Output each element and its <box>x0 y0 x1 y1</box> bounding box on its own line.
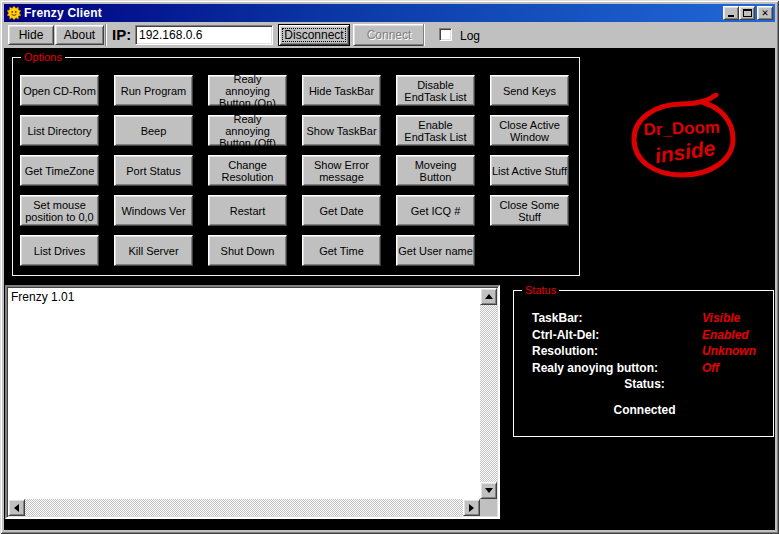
app-icon <box>7 6 21 20</box>
status-value: Visible <box>702 311 740 327</box>
connect-button: Connect <box>353 24 425 46</box>
status-row-resolution: Resolution: Unknown <box>532 344 773 360</box>
disconnect-button[interactable]: Disconnect <box>278 24 350 46</box>
close-icon: ✕ <box>762 8 769 18</box>
scroll-left-button[interactable] <box>8 499 25 516</box>
get-timezone-button[interactable]: Get TimeZone <box>20 155 99 186</box>
send-keys-button[interactable]: Send Keys <box>490 75 569 106</box>
run-program-button[interactable]: Run Program <box>114 75 193 106</box>
arrow-left-icon <box>14 504 19 512</box>
titlebar[interactable]: Frenzy Client ✕ <box>4 4 775 22</box>
status-row-ctrlaltdel: Ctrl-Alt-Del: Enabled <box>532 328 773 344</box>
scroll-up-button[interactable] <box>480 288 497 305</box>
options-groupbox: Options Open CD-Rom Run Program Realy an… <box>12 57 580 276</box>
arrow-right-icon <box>469 504 474 512</box>
dr-doom-inside-logo: Dr_Doom inside <box>624 93 746 187</box>
annoying-button-off-button[interactable]: Realy annoying Button (Off) <box>208 115 287 146</box>
horizontal-scrollbar-track[interactable] <box>25 499 463 516</box>
get-date-button[interactable]: Get Date <box>302 195 381 226</box>
disable-endtask-button[interactable]: Disable EndTask List <box>396 75 475 106</box>
get-icq-button[interactable]: Get ICQ # <box>396 195 475 226</box>
status-caption: Status: <box>532 377 757 391</box>
list-drives-button[interactable]: List Drives <box>20 235 99 266</box>
log-checkbox[interactable] <box>439 28 452 41</box>
toolbar: Hide About IP: Disconnect Connect Log <box>4 22 775 48</box>
open-cdrom-button[interactable]: Open CD-Rom <box>20 75 99 106</box>
toolbar-separator <box>423 24 425 46</box>
hide-button[interactable]: Hide <box>8 25 54 45</box>
close-active-window-button[interactable]: Close Active Window <box>490 115 569 146</box>
show-taskbar-button[interactable]: Show TaskBar <box>302 115 381 146</box>
kill-server-button[interactable]: Kill Server <box>114 235 193 266</box>
hide-taskbar-button[interactable]: Hide TaskBar <box>302 75 381 106</box>
status-label: TaskBar: <box>532 311 702 327</box>
status-label: Ctrl-Alt-Del: <box>532 328 702 344</box>
set-mouse-position-button[interactable]: Set mouse position to 0,0 <box>20 195 99 226</box>
options-button-grid: Open CD-Rom Run Program Realy annoying B… <box>20 75 569 266</box>
shut-down-button[interactable]: Shut Down <box>208 235 287 266</box>
status-value: Off <box>702 361 719 377</box>
get-user-name-button[interactable]: Get User name <box>396 235 475 266</box>
arrow-up-icon <box>485 294 493 299</box>
beep-button[interactable]: Beep <box>114 115 193 146</box>
log-label: Log <box>460 29 480 43</box>
vertical-scrollbar[interactable] <box>480 288 497 499</box>
close-button[interactable]: ✕ <box>757 6 773 20</box>
horizontal-scrollbar[interactable] <box>8 499 480 516</box>
frenzy-client-window: Frenzy Client ✕ Hide About IP: Disconnec… <box>0 0 779 534</box>
moving-button-button[interactable]: Moveing Button <box>396 155 475 186</box>
console-text: Frenzy 1.01 <box>11 290 74 304</box>
about-button[interactable]: About <box>55 25 104 45</box>
console-output[interactable]: Frenzy 1.01 <box>5 285 500 519</box>
client-area: Options Open CD-Rom Run Program Realy an… <box>4 48 775 530</box>
list-active-stuff-button[interactable]: List Active Stuff <box>490 155 569 186</box>
maximize-button[interactable] <box>739 6 755 20</box>
status-value: Unknown <box>702 344 756 360</box>
annoying-button-on-button[interactable]: Realy annoying Button (On) <box>208 75 287 106</box>
status-label: Realy anoying button: <box>532 361 702 377</box>
change-resolution-button[interactable]: Change Resolution <box>208 155 287 186</box>
list-directory-button[interactable]: List Directory <box>20 115 99 146</box>
scrollbar-corner <box>480 499 497 516</box>
arrow-down-icon <box>485 488 493 493</box>
logo-line2: inside <box>653 136 717 167</box>
enable-endtask-button[interactable]: Enable EndTask List <box>396 115 475 146</box>
connection-state: Connected <box>532 403 757 417</box>
options-group-title: Options <box>21 50 65 64</box>
port-status-button[interactable]: Port Status <box>114 155 193 186</box>
ip-input[interactable] <box>135 25 273 45</box>
minimize-icon <box>728 15 734 17</box>
windows-ver-button[interactable]: Windows Ver <box>114 195 193 226</box>
toolbar-separator <box>105 24 107 46</box>
show-error-message-button[interactable]: Show Error message <box>302 155 381 186</box>
status-row-annoying-button: Realy anoying button: Off <box>532 361 773 377</box>
scroll-down-button[interactable] <box>480 482 497 499</box>
get-time-button[interactable]: Get Time <box>302 235 381 266</box>
restart-button[interactable]: Restart <box>208 195 287 226</box>
vertical-scrollbar-track[interactable] <box>480 305 497 482</box>
status-groupbox: Status TaskBar: Visible Ctrl-Alt-Del: En… <box>513 290 774 437</box>
minimize-button[interactable] <box>723 6 739 20</box>
close-some-stuff-button[interactable]: Close Some Stuff <box>490 195 569 226</box>
window-title: Frenzy Client <box>24 4 723 22</box>
ip-label: IP: <box>112 26 131 43</box>
status-value: Enabled <box>702 328 749 344</box>
scroll-right-button[interactable] <box>463 499 480 516</box>
status-label: Resolution: <box>532 344 702 360</box>
status-row-taskbar: TaskBar: Visible <box>532 311 773 327</box>
maximize-icon <box>743 9 752 17</box>
